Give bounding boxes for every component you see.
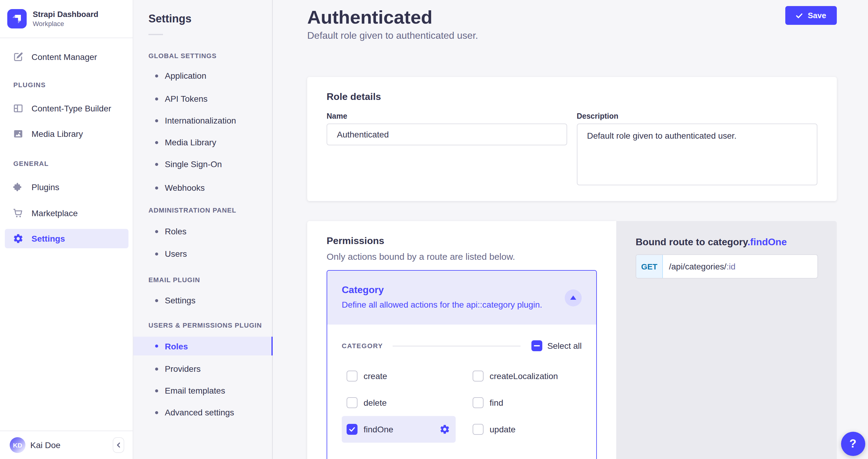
main-sidebar: Strapi Dashboard Workplace Content Manag…: [0, 0, 133, 459]
sidebar-item-label: Plugins: [32, 182, 59, 192]
delete-checkbox[interactable]: [347, 397, 358, 408]
description-field[interactable]: Default role given to authenticated user…: [577, 124, 817, 185]
subnav-item-api-tokens[interactable]: API Tokens: [133, 90, 272, 108]
sidebar-item-media-library[interactable]: Media Library: [0, 124, 133, 143]
subnav-item-admin-roles[interactable]: Roles: [133, 222, 272, 240]
save-button[interactable]: Save: [785, 6, 836, 25]
route-url: /api/categories/:id: [663, 255, 742, 278]
subnav-item-email-settings[interactable]: Settings: [133, 291, 272, 309]
update-checkbox[interactable]: [473, 424, 484, 435]
bullet-icon: [155, 119, 158, 122]
http-method-badge: GET: [636, 255, 663, 278]
subnav-item-label: Internationalization: [165, 116, 236, 125]
bullet-icon: [155, 299, 158, 302]
sidebar-item-label: Content-Type Builder: [32, 103, 111, 113]
bullet-icon: [155, 230, 158, 233]
subnav-section-email-plugin: EMAIL PLUGIN: [149, 276, 200, 284]
subnav-item-label: Single Sign-On: [165, 159, 222, 169]
check-icon: [348, 426, 356, 433]
sidebar-item-settings[interactable]: Settings: [5, 229, 128, 248]
subnav-item-label: Users: [165, 249, 187, 259]
accordion-title: Category: [342, 284, 582, 297]
sidebar-item-content-manager[interactable]: Content Manager: [0, 47, 133, 67]
subnav-item-admin-users[interactable]: Users: [133, 244, 272, 263]
help-button[interactable]: ?: [841, 432, 865, 456]
subnav-item-internationalization[interactable]: Internationalization: [133, 111, 272, 130]
action-label: delete: [364, 398, 386, 407]
category-accordion-header[interactable]: Category Define all allowed actions for …: [327, 271, 596, 325]
action-label: find: [490, 398, 503, 407]
sidebar-item-marketplace[interactable]: Marketplace: [0, 203, 133, 223]
subnav-section-administration-panel: ADMINISTRATION PANEL: [149, 206, 236, 214]
subnav-section-global-settings: GLOBAL SETTINGS: [149, 52, 217, 59]
content-manager-icon: [12, 51, 24, 63]
create-checkbox[interactable]: [347, 370, 358, 382]
page-subtitle: Default role given to authenticated user…: [307, 29, 836, 42]
subnav-section-users-permissions-plugin: USERS & PERMISSIONS PLUGIN: [149, 322, 262, 329]
permissions-region: Permissions Only actions bound by a rout…: [307, 221, 836, 459]
action-label: create: [364, 371, 387, 381]
action-row-createLocalization: createLocalization: [468, 363, 582, 389]
subnav-item-label: API Tokens: [165, 94, 208, 103]
action-row-delete: delete: [342, 389, 456, 416]
collapse-accordion-button[interactable]: [565, 289, 582, 306]
content-type-builder-icon: [12, 102, 24, 114]
action-label: update: [490, 425, 516, 434]
category-accordion-body: CATEGORY Select all create: [327, 325, 596, 442]
action-label: createLocalization: [490, 371, 558, 381]
subnav-item-media-library[interactable]: Media Library: [133, 133, 272, 152]
group-divider-line: [393, 346, 521, 346]
findOne-checkbox[interactable]: [347, 424, 358, 435]
permissions-heading: Permissions: [327, 235, 597, 247]
subnav-item-label: Providers: [165, 364, 200, 373]
findOne-settings-button[interactable]: [439, 423, 451, 435]
select-all-checkbox[interactable]: [531, 340, 542, 351]
subnav-item-label: Advanced settings: [165, 407, 234, 417]
permissions-subtitle: Only actions bound by a route are listed…: [327, 251, 597, 262]
createLocalization-checkbox[interactable]: [473, 370, 484, 382]
subnav-item-single-sign-on[interactable]: Single Sign-On: [133, 155, 272, 173]
subnav-item-webhooks[interactable]: Webhooks: [133, 178, 272, 197]
minus-icon: [534, 345, 540, 347]
avatar[interactable]: KD: [10, 437, 26, 453]
subnav-item-email-templates[interactable]: Email templates: [133, 382, 272, 400]
workspace-switcher[interactable]: Strapi Dashboard Workplace: [0, 0, 133, 38]
subnav-item-application[interactable]: Application: [133, 67, 272, 85]
action-row-findOne: findOne: [342, 416, 456, 442]
subnav-item-label: Settings: [165, 295, 195, 305]
actions-grid: create createLocalization delete: [342, 363, 582, 442]
find-checkbox[interactable]: [473, 397, 484, 408]
app-title: Strapi Dashboard: [33, 10, 98, 20]
name-field[interactable]: Authenticated: [327, 124, 567, 145]
page-title: Authenticated: [307, 6, 432, 29]
check-icon: [796, 12, 803, 19]
bound-route-prefix: Bound route to category: [636, 237, 747, 247]
sidebar-item-plugins[interactable]: Plugins: [0, 177, 133, 197]
subnav-item-label: Webhooks: [165, 183, 205, 193]
collapse-sidebar-button[interactable]: [113, 437, 124, 453]
action-label: findOne: [364, 425, 393, 434]
bound-route-action: .findOne: [747, 237, 787, 247]
workspace-info: Strapi Dashboard Workplace: [33, 10, 98, 28]
subnav-item-providers[interactable]: Providers: [133, 360, 272, 378]
page-header: Authenticated Save: [307, 6, 836, 29]
subnav-item-label: Application: [165, 71, 206, 80]
triangle-up-icon: [570, 295, 576, 300]
main-content: Authenticated Save Default role given to…: [273, 0, 868, 459]
media-library-icon: [12, 128, 24, 140]
sidebar-footer: KD Kai Doe: [0, 430, 133, 459]
subnav-item-label: Email templates: [165, 386, 225, 395]
strapi-logo-icon: [7, 9, 27, 29]
sidebar-section-general: GENERAL: [13, 160, 49, 167]
save-button-label: Save: [808, 11, 826, 20]
subnav-item-advanced-settings[interactable]: Advanced settings: [133, 403, 272, 422]
sidebar-item-label: Settings: [32, 234, 65, 243]
permissions-card: Permissions Only actions bound by a rout…: [307, 221, 616, 459]
sidebar-item-label: Content Manager: [32, 52, 97, 62]
sidebar-item-label: Media Library: [32, 129, 83, 139]
description-label: Description: [577, 112, 817, 121]
bullet-icon: [155, 97, 158, 100]
subnav-item-up-roles[interactable]: Roles: [133, 337, 272, 356]
sidebar-item-content-type-builder[interactable]: Content-Type Builder: [0, 99, 133, 118]
bullet-icon: [155, 367, 158, 370]
